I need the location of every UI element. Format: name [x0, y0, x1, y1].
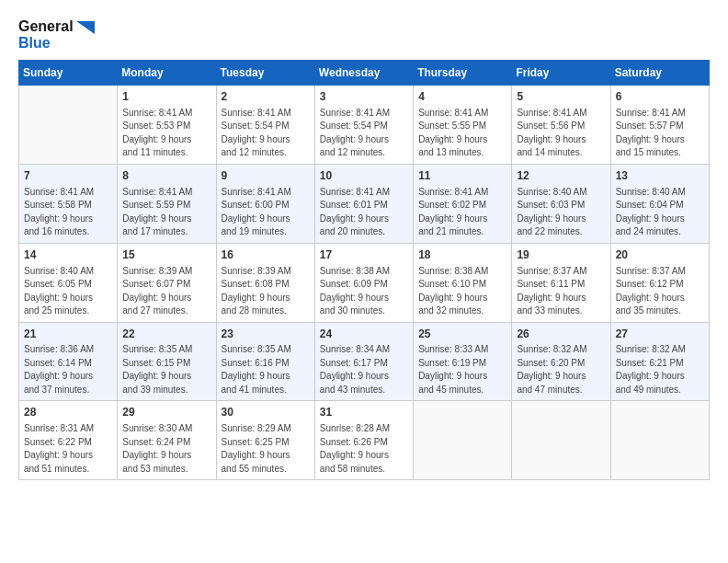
day-number: 22 [122, 327, 210, 342]
svg-marker-0 [76, 21, 95, 34]
day-info: Sunrise: 8:40 AM Sunset: 6:04 PM Dayligh… [616, 186, 704, 239]
day-info: Sunrise: 8:41 AM Sunset: 5:57 PM Dayligh… [616, 107, 704, 160]
calendar-day-cell: 28Sunrise: 8:31 AM Sunset: 6:22 PM Dayli… [19, 401, 118, 480]
day-number: 24 [320, 327, 408, 342]
day-info: Sunrise: 8:37 AM Sunset: 6:12 PM Dayligh… [616, 265, 704, 318]
day-number: 30 [222, 405, 310, 420]
calendar-day-cell: 5Sunrise: 8:41 AM Sunset: 5:56 PM Daylig… [512, 86, 610, 165]
calendar-week-row: 7Sunrise: 8:41 AM Sunset: 5:58 PM Daylig… [19, 164, 710, 243]
day-number: 8 [122, 168, 210, 184]
weekday-header: Monday [118, 61, 216, 86]
weekday-header: Wednesday [314, 61, 413, 86]
day-number: 13 [616, 168, 704, 184]
calendar-day-cell: 25Sunrise: 8:33 AM Sunset: 6:19 PM Dayli… [414, 322, 512, 401]
day-info: Sunrise: 8:41 AM Sunset: 5:53 PM Dayligh… [122, 107, 210, 160]
calendar-day-cell: 12Sunrise: 8:40 AM Sunset: 6:03 PM Dayli… [512, 164, 610, 243]
day-info: Sunrise: 8:32 AM Sunset: 6:20 PM Dayligh… [517, 343, 605, 396]
day-number: 18 [418, 247, 506, 263]
page-header: General Blue [18, 18, 710, 51]
weekday-header: Sunday [19, 61, 118, 86]
day-info: Sunrise: 8:35 AM Sunset: 6:15 PM Dayligh… [122, 343, 210, 396]
calendar-day-cell: 31Sunrise: 8:28 AM Sunset: 6:26 PM Dayli… [314, 401, 413, 480]
day-info: Sunrise: 8:35 AM Sunset: 6:16 PM Dayligh… [222, 343, 310, 396]
weekday-header: Friday [512, 61, 610, 86]
day-number: 12 [517, 168, 605, 184]
day-number: 15 [122, 247, 210, 263]
day-number: 20 [616, 247, 704, 263]
calendar-day-cell: 15Sunrise: 8:39 AM Sunset: 6:07 PM Dayli… [118, 243, 216, 322]
day-info: Sunrise: 8:29 AM Sunset: 6:25 PM Dayligh… [222, 422, 310, 476]
logo-svg: General Blue [18, 18, 95, 51]
day-info: Sunrise: 8:38 AM Sunset: 6:09 PM Dayligh… [320, 265, 408, 318]
day-info: Sunrise: 8:39 AM Sunset: 6:08 PM Dayligh… [222, 265, 310, 318]
day-info: Sunrise: 8:31 AM Sunset: 6:22 PM Dayligh… [24, 422, 112, 476]
calendar-day-cell: 29Sunrise: 8:30 AM Sunset: 6:24 PM Dayli… [118, 401, 216, 480]
day-info: Sunrise: 8:32 AM Sunset: 6:21 PM Dayligh… [616, 343, 704, 396]
calendar-week-row: 21Sunrise: 8:36 AM Sunset: 6:14 PM Dayli… [19, 322, 710, 401]
calendar-week-row: 14Sunrise: 8:40 AM Sunset: 6:05 PM Dayli… [19, 243, 710, 322]
day-number: 31 [320, 405, 408, 420]
calendar-day-cell: 6Sunrise: 8:41 AM Sunset: 5:57 PM Daylig… [610, 86, 709, 165]
day-info: Sunrise: 8:38 AM Sunset: 6:10 PM Dayligh… [418, 265, 506, 318]
day-number: 26 [517, 327, 605, 342]
day-number: 11 [418, 168, 506, 184]
calendar-header-row: SundayMondayTuesdayWednesdayThursdayFrid… [19, 61, 710, 86]
day-info: Sunrise: 8:41 AM Sunset: 5:56 PM Dayligh… [517, 107, 605, 160]
calendar-day-cell: 27Sunrise: 8:32 AM Sunset: 6:21 PM Dayli… [610, 322, 709, 401]
day-number: 16 [222, 247, 310, 263]
calendar-day-cell: 20Sunrise: 8:37 AM Sunset: 6:12 PM Dayli… [610, 243, 709, 322]
calendar-day-cell: 19Sunrise: 8:37 AM Sunset: 6:11 PM Dayli… [512, 243, 610, 322]
day-number: 6 [616, 89, 704, 105]
weekday-header: Thursday [414, 61, 512, 86]
day-info: Sunrise: 8:41 AM Sunset: 6:00 PM Dayligh… [222, 186, 310, 239]
day-number: 1 [122, 89, 210, 105]
day-number: 25 [418, 327, 506, 342]
calendar-week-row: 28Sunrise: 8:31 AM Sunset: 6:22 PM Dayli… [19, 401, 710, 480]
day-info: Sunrise: 8:40 AM Sunset: 6:05 PM Dayligh… [24, 265, 112, 318]
day-number: 29 [122, 405, 210, 420]
day-info: Sunrise: 8:41 AM Sunset: 5:55 PM Dayligh… [418, 107, 506, 160]
day-info: Sunrise: 8:30 AM Sunset: 6:24 PM Dayligh… [122, 422, 210, 476]
calendar-day-cell [19, 86, 118, 165]
day-info: Sunrise: 8:34 AM Sunset: 6:17 PM Dayligh… [320, 343, 408, 396]
day-info: Sunrise: 8:39 AM Sunset: 6:07 PM Dayligh… [122, 265, 210, 318]
calendar-day-cell: 24Sunrise: 8:34 AM Sunset: 6:17 PM Dayli… [314, 322, 413, 401]
calendar-day-cell: 17Sunrise: 8:38 AM Sunset: 6:09 PM Dayli… [314, 243, 413, 322]
logo-blue: Blue [18, 35, 95, 52]
calendar-day-cell: 11Sunrise: 8:41 AM Sunset: 6:02 PM Dayli… [414, 164, 512, 243]
day-number: 10 [320, 168, 408, 184]
day-info: Sunrise: 8:37 AM Sunset: 6:11 PM Dayligh… [517, 265, 605, 318]
day-number: 9 [222, 168, 310, 184]
calendar-day-cell: 30Sunrise: 8:29 AM Sunset: 6:25 PM Dayli… [216, 401, 314, 480]
day-info: Sunrise: 8:33 AM Sunset: 6:19 PM Dayligh… [418, 343, 506, 396]
calendar-day-cell: 10Sunrise: 8:41 AM Sunset: 6:01 PM Dayli… [314, 164, 413, 243]
day-info: Sunrise: 8:41 AM Sunset: 5:54 PM Dayligh… [222, 107, 310, 160]
day-number: 4 [418, 89, 506, 105]
day-number: 14 [24, 247, 112, 263]
calendar-day-cell: 9Sunrise: 8:41 AM Sunset: 6:00 PM Daylig… [216, 164, 314, 243]
day-number: 21 [24, 327, 112, 342]
calendar-day-cell: 22Sunrise: 8:35 AM Sunset: 6:15 PM Dayli… [118, 322, 216, 401]
day-number: 28 [24, 405, 112, 420]
calendar-day-cell: 4Sunrise: 8:41 AM Sunset: 5:55 PM Daylig… [414, 86, 512, 165]
day-info: Sunrise: 8:41 AM Sunset: 5:54 PM Dayligh… [320, 107, 408, 160]
day-info: Sunrise: 8:36 AM Sunset: 6:14 PM Dayligh… [24, 343, 112, 396]
day-number: 2 [222, 89, 310, 105]
day-info: Sunrise: 8:41 AM Sunset: 6:02 PM Dayligh… [418, 186, 506, 239]
calendar-day-cell: 23Sunrise: 8:35 AM Sunset: 6:16 PM Dayli… [216, 322, 314, 401]
calendar-day-cell [512, 401, 610, 480]
day-number: 27 [616, 327, 704, 342]
calendar-day-cell: 26Sunrise: 8:32 AM Sunset: 6:20 PM Dayli… [512, 322, 610, 401]
calendar-week-row: 1Sunrise: 8:41 AM Sunset: 5:53 PM Daylig… [19, 86, 710, 165]
weekday-header: Saturday [610, 61, 709, 86]
day-info: Sunrise: 8:41 AM Sunset: 5:58 PM Dayligh… [24, 186, 112, 239]
day-info: Sunrise: 8:41 AM Sunset: 5:59 PM Dayligh… [122, 186, 210, 239]
calendar-day-cell [414, 401, 512, 480]
logo-general: General [18, 18, 95, 35]
day-number: 5 [517, 89, 605, 105]
calendar-day-cell: 16Sunrise: 8:39 AM Sunset: 6:08 PM Dayli… [216, 243, 314, 322]
calendar-day-cell: 13Sunrise: 8:40 AM Sunset: 6:04 PM Dayli… [610, 164, 709, 243]
day-number: 17 [320, 247, 408, 263]
calendar-day-cell: 1Sunrise: 8:41 AM Sunset: 5:53 PM Daylig… [118, 86, 216, 165]
calendar-day-cell [610, 401, 709, 480]
